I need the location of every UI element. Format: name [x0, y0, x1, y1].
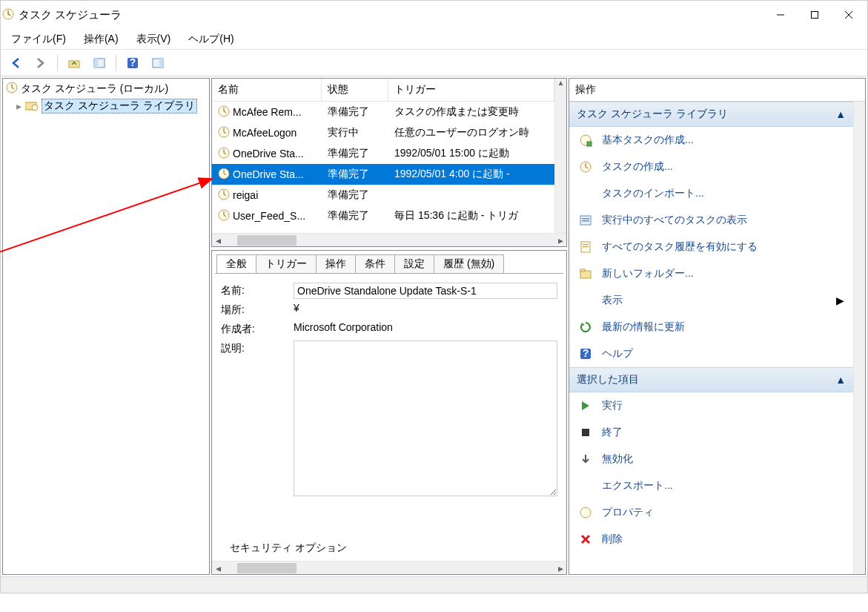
task-trigger: 任意のユーザーのログオン時 — [388, 123, 554, 142]
titlebar[interactable]: タスク スケジューラ — [1, 1, 867, 29]
action-icon — [578, 186, 593, 201]
horizontal-scrollbar[interactable]: ◂ ▸ — [212, 233, 566, 246]
tab-5[interactable]: 履歴 (無効) — [434, 254, 504, 273]
tab-0[interactable]: 全般 — [216, 254, 256, 273]
svg-rect-1 — [812, 12, 818, 19]
location-label: 場所: — [221, 302, 294, 318]
task-row[interactable]: OneDrive Sta...準備完了1992/05/01 4:00 に起動 - — [212, 164, 554, 185]
column-state[interactable]: 状態 — [322, 79, 388, 101]
action-タスクの作成...[interactable]: タスクの作成... — [569, 154, 853, 180]
svg-text:?: ? — [130, 56, 136, 68]
name-field[interactable] — [294, 283, 557, 299]
action-実行中のすべてのタスクの表示[interactable]: 実行中のすべてのタスクの表示 — [569, 207, 853, 234]
collapse-icon: ▲ — [835, 108, 846, 120]
action-icon — [578, 398, 593, 413]
action-group-selected[interactable]: 選択した項目 ▲ — [569, 367, 853, 392]
task-name: McAfee Rem... — [233, 106, 302, 118]
actions-panel: 操作 タスク スケジューラ ライブラリ ▲ 基本タスクの作成...タスクの作成.… — [569, 78, 866, 575]
location-value: ¥ — [294, 302, 557, 318]
clock-icon — [218, 105, 230, 119]
menu-help[interactable]: ヘルプ(H) — [181, 31, 241, 47]
action-新しいフォルダー...[interactable]: 新しいフォルダー... — [569, 260, 853, 287]
task-row[interactable]: reigai準備完了 — [212, 185, 554, 205]
menu-view[interactable]: 表示(V) — [129, 31, 179, 47]
clock-icon — [218, 126, 230, 140]
security-options-header: セキュリティ オプション — [230, 542, 347, 555]
tab-3[interactable]: 条件 — [355, 254, 395, 273]
show-hide-tree-button[interactable] — [87, 53, 111, 73]
column-trigger[interactable]: トリガー — [388, 79, 554, 101]
actions-vertical-scrollbar[interactable] — [853, 102, 865, 574]
app-icon — [2, 8, 14, 22]
toolbar: ? — [1, 50, 867, 76]
action-icon: ? — [578, 346, 593, 361]
description-label: 説明: — [221, 340, 294, 499]
action-エクスポート...[interactable]: エクスポート... — [569, 473, 853, 499]
action-label: 実行中のすべてのタスクの表示 — [602, 214, 747, 227]
action-基本タスクの作成...[interactable]: 基本タスクの作成... — [569, 127, 853, 154]
svg-rect-8 — [159, 59, 163, 68]
task-state: 準備完了 — [322, 102, 388, 122]
task-row[interactable]: McAfee Rem...準備完了タスクの作成または変更時 — [212, 102, 554, 122]
menubar: ファイル(F) 操作(A) 表示(V) ヘルプ(H) — [1, 29, 867, 50]
forward-button[interactable] — [29, 53, 53, 73]
task-name: McAfeeLogon — [233, 127, 296, 139]
action-label: 表示 — [602, 294, 623, 307]
task-row[interactable]: User_Feed_S...準備完了毎日 15:36 に起動 - トリガ — [212, 205, 554, 226]
task-row[interactable]: OneDrive Sta...準備完了1992/05/01 15:00 に起動 — [212, 143, 554, 164]
action-最新の情報に更新[interactable]: 最新の情報に更新 — [569, 314, 853, 340]
action-label: 削除 — [602, 533, 623, 546]
action-すべてのタスク履歴を有効にする[interactable]: すべてのタスク履歴を有効にする — [569, 234, 853, 260]
action-label: 新しいフォルダー... — [602, 267, 694, 280]
up-folder-button[interactable] — [62, 53, 86, 73]
action-label: 最新の情報に更新 — [602, 320, 685, 334]
actions-panel-title: 操作 — [569, 79, 865, 102]
action-icon — [578, 505, 593, 520]
action-label: タスクの作成... — [602, 160, 673, 174]
task-row[interactable]: McAfeeLogon実行中任意のユーザーのログオン時 — [212, 122, 554, 143]
task-name: User_Feed_S... — [233, 210, 305, 222]
action-無効化[interactable]: 無効化 — [569, 446, 853, 473]
tree-root[interactable]: タスク スケジューラ (ローカル) — [4, 80, 208, 97]
action-icon — [578, 320, 593, 335]
action-label: エクスポート... — [602, 479, 673, 493]
task-list[interactable]: McAfee Rem...準備完了タスクの作成または変更時McAfeeLogon… — [212, 102, 554, 233]
action-終了[interactable]: 終了 — [569, 419, 853, 446]
svg-rect-23 — [582, 220, 589, 222]
description-field[interactable] — [294, 340, 557, 496]
action-icon — [578, 532, 593, 547]
menu-action[interactable]: 操作(A) — [76, 31, 126, 47]
clock-icon — [6, 82, 18, 96]
action-icon — [578, 452, 593, 467]
details-horizontal-scrollbar[interactable]: ◂ ▸ — [212, 561, 566, 574]
chevron-right-icon: ▶ — [836, 295, 844, 306]
action-タスクのインポート...[interactable]: タスクのインポート... — [569, 180, 853, 207]
task-state: 準備完了 — [322, 185, 388, 205]
action-icon — [578, 133, 593, 148]
task-state: 実行中 — [322, 123, 388, 142]
maximize-button[interactable] — [798, 4, 832, 26]
action-ヘルプ[interactable]: ?ヘルプ — [569, 340, 853, 367]
back-button[interactable] — [4, 53, 27, 73]
svg-rect-19 — [587, 142, 592, 146]
action-group-library[interactable]: タスク スケジューラ ライブラリ ▲ — [569, 102, 853, 127]
close-button[interactable] — [832, 4, 866, 26]
action-プロパティ[interactable]: プロパティ — [569, 499, 853, 526]
tree-library[interactable]: ▸ タスク スケジューラ ライブラリ — [15, 97, 208, 115]
minimize-button[interactable] — [763, 4, 798, 26]
task-name: OneDrive Sta... — [233, 168, 304, 180]
tab-2[interactable]: 操作 — [316, 254, 356, 273]
tab-4[interactable]: 設定 — [394, 254, 434, 273]
help-button[interactable]: ? — [121, 53, 145, 73]
tab-1[interactable]: トリガー — [256, 254, 317, 273]
action-表示[interactable]: 表示▶ — [569, 287, 853, 314]
vertical-scrollbar[interactable]: ▲ — [554, 79, 566, 233]
task-state: 準備完了 — [322, 165, 388, 184]
menu-file[interactable]: ファイル(F) — [4, 31, 73, 47]
column-name[interactable]: 名前 — [212, 79, 322, 101]
action-label: すべてのタスク履歴を有効にする — [602, 240, 758, 254]
tabs: 全般トリガー操作条件設定履歴 (無効) — [212, 251, 566, 273]
show-action-pane-button[interactable] — [146, 53, 170, 73]
action-削除[interactable]: 削除 — [569, 526, 853, 553]
action-実行[interactable]: 実行 — [569, 392, 853, 419]
